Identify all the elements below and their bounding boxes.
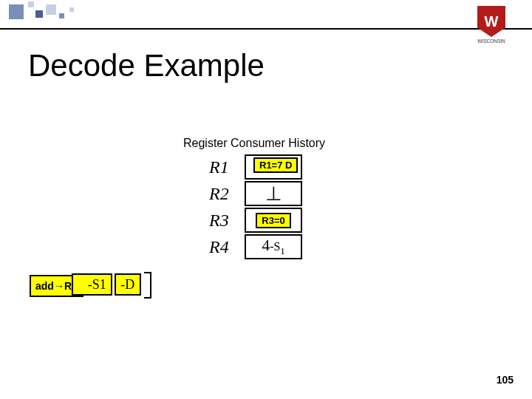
r3-badge: R3=0 bbox=[256, 213, 290, 228]
reg-label-r1: R1 bbox=[209, 157, 245, 177]
page-title: Decode Example bbox=[28, 48, 265, 83]
reg-label-r2: R2 bbox=[209, 184, 245, 204]
logo-shield-icon: W bbox=[477, 6, 505, 37]
wisconsin-logo: W WISCONSIN bbox=[469, 6, 514, 50]
right-bracket-icon bbox=[144, 272, 151, 299]
register-history-table: R1 8-S1 R1=7 D R2 ⊥ R3 R3=0 R4 4-S1 bbox=[209, 154, 302, 260]
top-decoration bbox=[0, 0, 532, 30]
decode-instruction-row: add→R3 8 -S1 -D bbox=[30, 273, 138, 299]
history-row-r4: R4 4-S1 bbox=[209, 233, 302, 260]
reg-label-r3: R3 bbox=[209, 211, 245, 231]
r1-overlay-badge: R1=7 D bbox=[253, 157, 298, 173]
logo-text: WISCONSIN bbox=[477, 38, 505, 44]
history-row-r1: R1 8-S1 R1=7 D bbox=[209, 154, 302, 180]
reg-label-r4: R4 bbox=[209, 237, 245, 257]
reg-box-r1: 8-S1 R1=7 D bbox=[245, 154, 302, 180]
history-row-r3: R3 R3=0 bbox=[209, 207, 302, 233]
r4-content: 4-S1 bbox=[262, 236, 285, 257]
bottom-symbol-icon: ⊥ bbox=[265, 183, 282, 205]
page-number: 105 bbox=[497, 374, 514, 386]
logo-letter: W bbox=[485, 13, 499, 30]
decode-d-box: -D bbox=[115, 273, 141, 296]
decode-s1-box: -S1 bbox=[72, 273, 112, 296]
reg-box-r3: R3=0 bbox=[245, 208, 302, 233]
history-row-r2: R2 ⊥ bbox=[209, 180, 302, 207]
reg-box-r4: 4-S1 bbox=[245, 234, 302, 259]
reg-box-r2: ⊥ bbox=[245, 181, 302, 206]
history-section-label: Register Consumer History bbox=[183, 137, 325, 150]
